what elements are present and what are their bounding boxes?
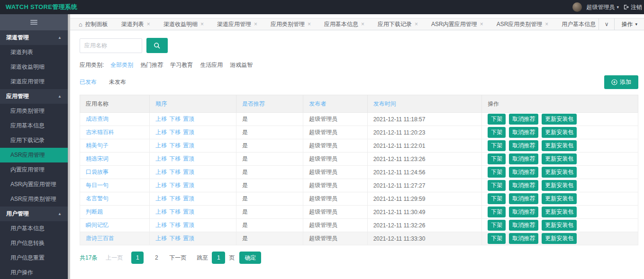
app-name-link[interactable]: 每日一句: [86, 182, 109, 189]
jump-page-input[interactable]: 1: [212, 252, 225, 264]
sidebar-collapse-button[interactable]: [0, 14, 68, 30]
sidebar-group[interactable]: 渠道管理▲: [0, 30, 68, 45]
tab-item[interactable]: 应用下载记录×: [371, 18, 425, 30]
order-action-link[interactable]: 上移: [155, 195, 167, 202]
order-action-link[interactable]: 下移: [169, 142, 181, 149]
row-action-button[interactable]: 取消推荐: [509, 220, 538, 231]
status-link[interactable]: 已发布: [80, 79, 97, 85]
tab-item[interactable]: 应用类别管理×: [264, 18, 317, 30]
close-icon[interactable]: ×: [147, 21, 150, 27]
category-link[interactable]: 全部类别: [110, 62, 133, 68]
sidebar-item[interactable]: 渠道列表: [0, 45, 68, 60]
order-action-link[interactable]: 上移: [155, 169, 167, 175]
row-action-button[interactable]: 取消推荐: [509, 233, 538, 244]
search-button[interactable]: [146, 38, 168, 53]
search-input[interactable]: [80, 38, 142, 53]
order-action-link[interactable]: 置顶: [183, 182, 194, 189]
sidebar-group[interactable]: 应用管理▲: [0, 89, 68, 104]
close-icon[interactable]: ×: [545, 21, 548, 27]
row-action-button[interactable]: 取消推荐: [509, 127, 538, 138]
add-button[interactable]: 添加: [604, 75, 638, 89]
column-header[interactable]: 顺序: [150, 95, 236, 113]
order-action-link[interactable]: 置顶: [183, 142, 194, 149]
row-action-button[interactable]: 取消推荐: [509, 140, 538, 151]
tab-item[interactable]: 渠道收益明细×: [157, 18, 210, 30]
sidebar-item[interactable]: ASR内置应用管理: [0, 177, 68, 192]
order-action-link[interactable]: 下移: [169, 222, 181, 228]
next-page-button[interactable]: 下一页: [169, 254, 186, 262]
tab-item[interactable]: 用户基本信息×: [555, 18, 598, 30]
tab-item[interactable]: 渠道列表×: [115, 18, 157, 30]
tab-home[interactable]: ⌂控制面板: [72, 18, 115, 30]
category-link[interactable]: 游戏益智: [230, 62, 253, 68]
order-action-link[interactable]: 上移: [155, 235, 167, 242]
row-action-button[interactable]: 取消推荐: [509, 153, 538, 164]
row-action-button[interactable]: 更新安装包: [542, 180, 577, 191]
app-name-link[interactable]: 唐诗三百首: [86, 235, 114, 242]
row-action-button[interactable]: 下架: [488, 140, 506, 151]
order-action-link[interactable]: 下移: [169, 208, 181, 215]
order-action-link[interactable]: 下移: [169, 169, 181, 175]
category-link[interactable]: 生活应用: [200, 62, 223, 68]
close-icon[interactable]: ×: [361, 21, 364, 27]
order-action-link[interactable]: 上移: [155, 116, 167, 122]
sidebar-item[interactable]: ASR应用类别管理: [0, 192, 68, 207]
category-link[interactable]: 学习教育: [170, 62, 193, 68]
prev-page-button[interactable]: 上一页: [106, 254, 123, 262]
order-action-link[interactable]: 置顶: [183, 222, 194, 228]
sidebar-item[interactable]: 用户信息转换: [0, 236, 68, 251]
order-action-link[interactable]: 置顶: [183, 155, 194, 162]
sidebar-item[interactable]: 渠道收益明细: [0, 60, 68, 74]
close-icon[interactable]: ×: [415, 21, 418, 27]
order-action-link[interactable]: 上移: [155, 155, 167, 162]
app-name-link[interactable]: 名言警句: [86, 195, 109, 202]
confirm-button[interactable]: 确定: [239, 252, 261, 264]
status-link[interactable]: 未发布: [109, 79, 126, 85]
order-action-link[interactable]: 置顶: [183, 169, 194, 175]
row-action-button[interactable]: 更新安装包: [542, 140, 577, 151]
row-action-button[interactable]: 取消推荐: [509, 114, 538, 125]
row-action-button[interactable]: 下架: [488, 180, 506, 191]
row-action-button[interactable]: 下架: [488, 167, 506, 178]
sidebar-item[interactable]: 用户信息重置: [0, 251, 68, 265]
app-name-link[interactable]: 精选宋词: [86, 155, 109, 162]
row-action-button[interactable]: 更新安装包: [542, 220, 577, 231]
app-name-link[interactable]: 成语查询: [86, 116, 109, 122]
row-action-button[interactable]: 更新安装包: [542, 193, 577, 204]
order-action-link[interactable]: 上移: [155, 222, 167, 228]
column-header[interactable]: 发布者: [303, 95, 367, 113]
row-action-button[interactable]: 下架: [488, 220, 506, 231]
app-name-link[interactable]: 瞬间记忆: [86, 222, 109, 228]
category-link[interactable]: 热门推荐: [140, 62, 163, 68]
order-action-link[interactable]: 置顶: [183, 129, 194, 135]
app-name-link[interactable]: 吉米猫百科: [86, 129, 114, 135]
tab-item[interactable]: ASR内置应用管理×: [425, 18, 490, 30]
row-action-button[interactable]: 更新安装包: [542, 207, 577, 217]
sidebar-item[interactable]: 应用下载记录: [0, 133, 68, 148]
order-action-link[interactable]: 上移: [155, 208, 167, 215]
order-action-link[interactable]: 下移: [169, 116, 181, 122]
row-action-button[interactable]: 更新安装包: [542, 153, 577, 164]
order-action-link[interactable]: 下移: [169, 182, 181, 189]
user-menu[interactable]: 超级管理员 ▾: [586, 3, 619, 11]
page-button-1[interactable]: 1: [131, 252, 144, 264]
row-action-button[interactable]: 更新安装包: [542, 167, 577, 178]
order-action-link[interactable]: 上移: [155, 142, 167, 149]
order-action-link[interactable]: 置顶: [183, 116, 194, 122]
order-action-link[interactable]: 上移: [155, 182, 167, 189]
sidebar-item[interactable]: 内置应用管理: [0, 162, 68, 177]
close-icon[interactable]: ×: [200, 21, 204, 27]
sidebar-item[interactable]: ASR应用管理: [0, 148, 68, 162]
page-button-2[interactable]: 2: [150, 252, 163, 264]
row-action-button[interactable]: 下架: [488, 114, 506, 125]
order-action-link[interactable]: 置顶: [183, 195, 194, 202]
avatar[interactable]: [572, 2, 582, 12]
app-name-link[interactable]: 精美句子: [86, 142, 109, 149]
sidebar-item[interactable]: 用户操作: [0, 265, 68, 279]
order-action-link[interactable]: 下移: [169, 129, 181, 135]
row-action-button[interactable]: 下架: [488, 207, 506, 217]
row-action-button[interactable]: 更新安装包: [542, 233, 577, 244]
tab-item[interactable]: 应用基本信息×: [317, 18, 371, 30]
close-icon[interactable]: ×: [308, 21, 311, 27]
sidebar-item[interactable]: 渠道应用管理: [0, 74, 68, 89]
